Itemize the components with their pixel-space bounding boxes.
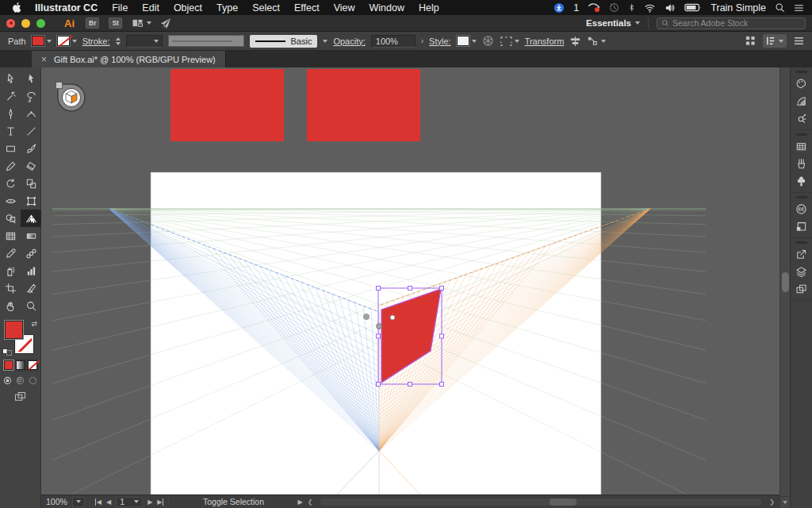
widget-close-box[interactable] — [56, 83, 63, 89]
red-rectangle-object[interactable] — [307, 69, 420, 141]
dock-drag-handle[interactable] — [796, 71, 807, 73]
menu-window[interactable]: Window — [370, 2, 404, 13]
tool-scale[interactable] — [21, 175, 41, 192]
apple-icon[interactable] — [11, 2, 21, 13]
tool-free-transform[interactable] — [21, 192, 41, 210]
tool-perspective-selection[interactable] — [21, 210, 41, 227]
default-fill-stroke-icon[interactable] — [2, 348, 12, 356]
panel-creative-cloud[interactable] — [791, 200, 812, 217]
scroll-down-button[interactable] — [780, 496, 790, 508]
spotlight-search-icon[interactable] — [775, 2, 785, 13]
draw-inside-icon[interactable] — [29, 376, 37, 385]
screen-recording-icon[interactable] — [588, 2, 600, 13]
tool-symbol-sprayer[interactable] — [0, 262, 21, 279]
window-minimize-button[interactable] — [21, 19, 30, 28]
status-menu-icon[interactable]: ▶ — [297, 498, 302, 506]
panel-symbols[interactable] — [791, 172, 812, 190]
gradient-button[interactable] — [16, 360, 25, 370]
style-control[interactable] — [457, 36, 477, 46]
account-name[interactable]: Train Simple — [710, 2, 766, 13]
opacity-value-field[interactable]: 100% — [371, 35, 416, 48]
red-rectangle-object[interactable] — [170, 69, 284, 141]
selection-handle[interactable] — [408, 287, 412, 291]
workspace-switcher[interactable]: Essentials — [586, 18, 640, 28]
swap-fill-stroke-icon[interactable]: ⇄ — [31, 320, 37, 328]
panel-libraries[interactable] — [791, 217, 812, 235]
panel-layers[interactable] — [791, 263, 812, 280]
selection-handle[interactable] — [377, 334, 381, 338]
tool-line-segment[interactable] — [21, 122, 41, 140]
close-tab-icon[interactable]: × — [41, 54, 47, 65]
selection-handle[interactable] — [408, 383, 412, 387]
stock-button[interactable]: St — [109, 17, 122, 29]
fill-color-swatch[interactable] — [32, 36, 44, 46]
notification-center-icon[interactable] — [794, 3, 804, 13]
fill-color-control[interactable] — [32, 36, 52, 46]
bluetooth-icon[interactable] — [628, 2, 635, 13]
tool-gradient[interactable] — [21, 227, 41, 244]
tool-rotate[interactable] — [0, 175, 21, 192]
stroke-weight-combo[interactable] — [126, 35, 163, 48]
artboard-number-field[interactable]: 1 — [116, 497, 143, 507]
window-close-button[interactable] — [6, 19, 15, 28]
brush-combo-chevron-icon[interactable] — [323, 40, 327, 43]
zoom-level-dropdown[interactable] — [72, 497, 85, 507]
horizontal-scrollbar[interactable] — [320, 498, 761, 506]
dock-drag-handle[interactable] — [796, 241, 807, 244]
recolor-artwork-icon[interactable] — [482, 35, 494, 47]
status-readout[interactable]: Toggle Selection — [174, 497, 293, 506]
previous-artboard-icon[interactable]: ◀ — [106, 498, 111, 506]
menu-object[interactable]: Object — [174, 2, 202, 13]
wifi-icon[interactable] — [644, 3, 656, 13]
panel-color-guide[interactable] — [791, 110, 812, 127]
tool-curvature[interactable] — [21, 105, 41, 122]
opacity-link[interactable]: Opacity: — [333, 37, 365, 46]
first-artboard-icon[interactable]: ◀ — [95, 498, 102, 506]
stock-search-input[interactable] — [672, 18, 801, 28]
tool-type[interactable] — [0, 122, 21, 140]
document-tab[interactable]: × Gift Box.ai* @ 100% (RGB/GPU Preview) — [32, 51, 226, 67]
tool-pen[interactable] — [0, 105, 21, 122]
tool-lasso[interactable] — [21, 87, 41, 105]
grid-anchor-dot[interactable] — [363, 314, 370, 320]
none-button[interactable] — [28, 360, 37, 370]
tool-shape-builder[interactable] — [0, 210, 21, 227]
change-screen-mode-icon[interactable] — [0, 388, 40, 405]
tool-artboard[interactable] — [0, 279, 21, 297]
tool-mesh[interactable] — [0, 227, 21, 244]
panel-export[interactable] — [791, 245, 812, 263]
tool-rectangle[interactable] — [0, 140, 21, 157]
opacity-expand-icon[interactable]: › — [421, 37, 423, 45]
menu-view[interactable]: View — [334, 2, 355, 13]
tool-slice[interactable] — [21, 279, 41, 297]
panel-artboards[interactable] — [791, 280, 812, 298]
distribute-icon[interactable] — [587, 36, 606, 47]
time-machine-icon[interactable] — [609, 2, 619, 13]
tool-magic-wand[interactable] — [0, 87, 21, 105]
vertical-scrollbar-thumb[interactable] — [782, 272, 789, 292]
menu-app-name[interactable]: Illustrator CC — [35, 2, 98, 13]
color-button[interactable] — [4, 360, 13, 370]
control-panel-position-button[interactable] — [763, 34, 787, 48]
style-swatch[interactable] — [457, 36, 469, 46]
stock-search-box[interactable] — [657, 17, 806, 29]
stroke-weight-stepper[interactable] — [116, 37, 121, 45]
arrange-documents-icon[interactable] — [132, 18, 151, 28]
selection-handle[interactable] — [377, 287, 381, 291]
tool-selection[interactable] — [0, 70, 21, 87]
tool-zoom[interactable] — [21, 297, 41, 314]
canvas-area[interactable] — [41, 67, 779, 495]
panel-swatches[interactable] — [791, 137, 812, 155]
stroke-color-control[interactable] — [57, 36, 77, 46]
align-icon[interactable] — [569, 36, 581, 47]
selection-handle[interactable] — [377, 383, 381, 387]
dock-drag-handle[interactable] — [796, 196, 807, 198]
tool-width[interactable] — [0, 192, 21, 210]
dock-drag-handle[interactable] — [796, 133, 807, 136]
dock-columns-icon[interactable] — [745, 36, 756, 46]
brush-definition-combo[interactable]: Basic — [250, 35, 318, 48]
selection-handle[interactable] — [440, 383, 444, 387]
menu-file[interactable]: File — [112, 2, 128, 13]
draw-behind-icon[interactable] — [16, 376, 25, 385]
width-profile-combo[interactable] — [168, 35, 244, 47]
